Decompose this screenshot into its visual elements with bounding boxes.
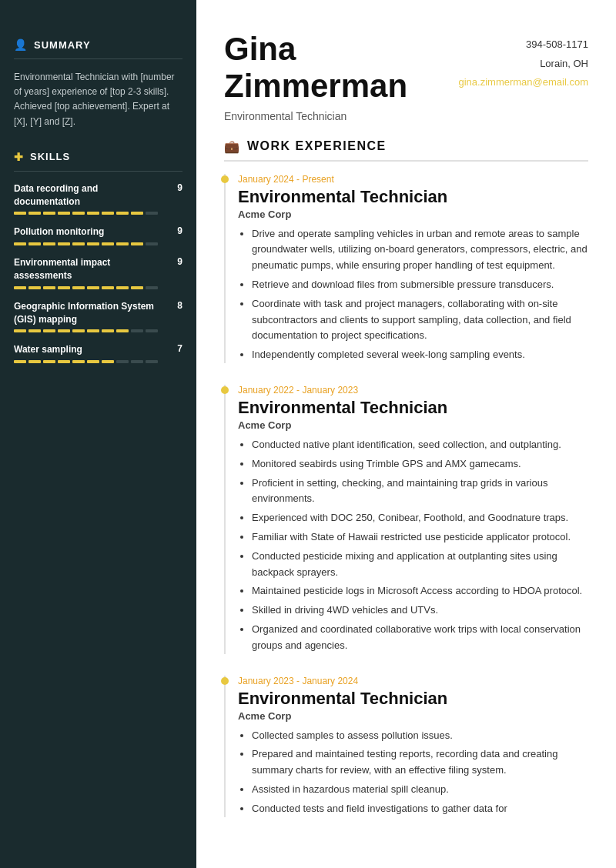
skill-bar-filled-segment: [72, 212, 85, 215]
full-name: Gina Zimmerman: [224, 31, 458, 105]
person-icon: 👤: [14, 38, 28, 51]
job-bullet: Drive and operate sampling vehicles in u…: [252, 226, 588, 274]
job-title-main: Environmental Technician: [224, 110, 458, 122]
skill-bar-filled-segment: [87, 286, 99, 289]
skill-item: Geographic Information System (GIS) mapp…: [14, 300, 182, 333]
skill-bar-filled-segment: [87, 242, 99, 245]
skill-bar-filled-segment: [116, 242, 129, 245]
summary-text: Environmental Technician with [number of…: [14, 70, 182, 129]
sidebar: 👤 SUMMARY Environmental Technician with …: [0, 0, 196, 868]
job-bullet: Conducted tests and field investigations…: [252, 801, 588, 817]
skill-bar-empty-segment: [131, 329, 143, 332]
job-bullet: Monitored seabirds using Trimble GPS and…: [252, 456, 588, 472]
job-bullets: Collected samples to assess pollution is…: [238, 728, 588, 817]
job-entry: January 2022 - January 2023Environmental…: [224, 385, 588, 654]
skill-bar-filled-segment: [58, 286, 70, 289]
skill-bar-filled-segment: [102, 242, 114, 245]
skill-bar-filled-segment: [58, 212, 70, 215]
skill-bar-empty-segment: [116, 360, 129, 363]
target-icon: ✚: [14, 151, 24, 163]
skill-bar-filled-segment: [43, 286, 55, 289]
skill-bar: [14, 242, 182, 245]
job-bullet: Collected samples to assess pollution is…: [252, 728, 588, 744]
summary-divider: [14, 58, 182, 59]
skill-bar-filled-segment: [28, 360, 41, 363]
job-bullet: Conducted pesticide mixing and applicati…: [252, 549, 588, 581]
job-title: Environmental Technician: [238, 187, 588, 207]
skill-bar-filled-segment: [72, 242, 85, 245]
job-title: Environmental Technician: [238, 398, 588, 418]
skill-score: 9: [172, 225, 182, 236]
main-content: Gina Zimmerman Environmental Technician …: [196, 0, 616, 868]
job-bullet: Familiar with State of Hawaii restricted…: [252, 529, 588, 546]
job-bullet: Maintained pesticide logs in Microsoft A…: [252, 583, 588, 599]
skill-bar-filled-segment: [43, 212, 55, 215]
job-bullet: Coordinate with task and project manager…: [252, 296, 588, 344]
skill-name: Data recording and documentation: [14, 182, 172, 209]
skill-item: Water sampling7: [14, 343, 182, 363]
email-link[interactable]: gina.zimmerman@email.com: [458, 76, 588, 88]
skill-bar-filled-segment: [116, 286, 129, 289]
jobs-list: January 2024 - PresentEnvironmental Tech…: [224, 174, 588, 817]
skill-item: Environmental impact assessments9: [14, 256, 182, 289]
job-entry: January 2024 - PresentEnvironmental Tech…: [224, 174, 588, 363]
skill-bar-filled-segment: [14, 212, 26, 215]
skill-bar-empty-segment: [131, 360, 143, 363]
skill-bar-empty-segment: [146, 242, 158, 245]
skill-bar-filled-segment: [72, 329, 85, 332]
work-section-title: WORK EXPERIENCE: [247, 139, 387, 153]
skill-score: 9: [172, 182, 182, 193]
job-title: Environmental Technician: [238, 689, 588, 709]
skill-name: Environmental impact assessments: [14, 256, 172, 282]
skill-item: Data recording and documentation9: [14, 182, 182, 215]
resume-header: Gina Zimmerman Environmental Technician …: [224, 31, 588, 122]
job-bullet: Independently completed several week-lon…: [252, 347, 588, 363]
skill-name: Geographic Information System (GIS) mapp…: [14, 300, 172, 326]
job-bullets: Conducted native plant identification, s…: [238, 437, 588, 654]
skill-score: 9: [172, 256, 182, 267]
skill-bar-filled-segment: [58, 242, 70, 245]
job-date: January 2022 - January 2023: [238, 385, 588, 396]
skill-bar-filled-segment: [87, 329, 99, 332]
skill-name: Water sampling: [14, 343, 172, 356]
job-bullet: Experienced with DOC 250, Conibear, Foot…: [252, 510, 588, 526]
skill-bar-filled-segment: [28, 329, 41, 332]
skill-bar-filled-segment: [102, 329, 114, 332]
skill-bar-filled-segment: [72, 286, 85, 289]
skill-bar-filled-segment: [131, 286, 143, 289]
skill-name: Pollution monitoring: [14, 225, 172, 239]
skill-bar: [14, 329, 182, 332]
phone: 394-508-1171: [458, 35, 588, 55]
job-date: January 2024 - Present: [238, 174, 588, 185]
job-bullet: Retrieve and download files from submers…: [252, 277, 588, 293]
skill-bar: [14, 360, 182, 363]
skill-bar: [14, 212, 182, 215]
skill-bar-filled-segment: [72, 360, 85, 363]
location: Lorain, OH: [458, 55, 588, 74]
skill-bar: [14, 286, 182, 289]
job-company: Acme Corp: [238, 419, 588, 431]
name-block: Gina Zimmerman Environmental Technician: [224, 31, 458, 122]
job-date: January 2023 - January 2024: [238, 676, 588, 686]
skills-list: Data recording and documentation9Polluti…: [14, 182, 182, 363]
skill-bar-filled-segment: [131, 212, 143, 215]
skill-bar-filled-segment: [28, 212, 41, 215]
skill-score: 8: [172, 300, 182, 311]
skill-bar-filled-segment: [58, 360, 70, 363]
skill-bar-filled-segment: [43, 360, 55, 363]
contact-block: 394-508-1171 Lorain, OH gina.zimmerman@e…: [458, 31, 588, 92]
skill-bar-filled-segment: [102, 286, 114, 289]
email: gina.zimmerman@email.com: [458, 73, 588, 92]
skill-bar-filled-segment: [116, 329, 129, 332]
skill-bar-filled-segment: [14, 329, 26, 332]
job-bullet: Conducted native plant identification, s…: [252, 437, 588, 453]
skills-divider: [14, 171, 182, 172]
job-bullet: Skilled in driving 4WD vehicles and UTVs…: [252, 603, 588, 619]
job-bullet: Assisted in hazardous material spill cle…: [252, 782, 588, 798]
work-section-header: 💼 WORK EXPERIENCE: [224, 139, 588, 162]
skill-item: Pollution monitoring9: [14, 225, 182, 245]
job-bullet: Organized and coordinated collaborative …: [252, 622, 588, 654]
job-company: Acme Corp: [238, 710, 588, 722]
summary-section-title: 👤 SUMMARY: [14, 38, 182, 51]
skill-bar-filled-segment: [43, 329, 55, 332]
